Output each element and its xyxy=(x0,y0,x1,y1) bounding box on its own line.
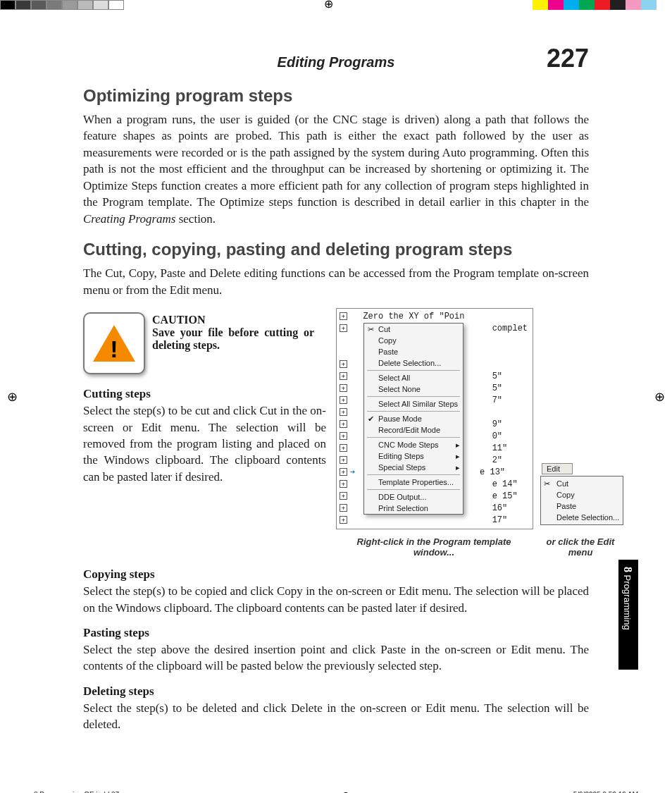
para-cutting: Select the step(s) to be cut and click C… xyxy=(83,402,326,485)
tree-row: + Zero the XY of "Poin xyxy=(340,310,530,322)
page-number: 227 xyxy=(547,44,589,73)
registration-mark-top: ⊕ xyxy=(324,0,333,10)
figure-edit-menu: Edit Cut✂CopyPasteDelete Selection... xyxy=(540,308,623,525)
menu-item[interactable]: DDE Output... xyxy=(364,491,463,503)
tree-row: + 17" xyxy=(340,514,530,526)
page-header: Editing Programs 227 xyxy=(83,44,589,73)
heading-cutcopy: Cutting, copying, pasting and deleting p… xyxy=(83,240,589,259)
menu-item[interactable]: Record/Edit Mode xyxy=(364,424,463,436)
menu-item[interactable]: Delete Selection... xyxy=(541,512,623,523)
para-copying: Select the step(s) to be copied and clic… xyxy=(83,583,589,616)
figure-caption-2: or click the Edit menu xyxy=(539,536,622,558)
menu-item[interactable]: Delete Selection... xyxy=(364,357,463,369)
subhead-pasting: Pasting steps xyxy=(83,626,589,640)
caution-callout: ! CAUTION Save your file before cutting … xyxy=(83,312,326,374)
figure-caption-1: Right-click in the Program template wind… xyxy=(336,536,532,558)
subhead-copying: Copying steps xyxy=(83,567,589,582)
menu-item[interactable]: Pause Mode✔ xyxy=(364,413,463,424)
caution-message: Save your file before cutting or deletin… xyxy=(152,326,314,351)
subhead-cutting: Cutting steps xyxy=(83,387,326,401)
menu-item[interactable]: Copy xyxy=(364,335,463,346)
para-optimizing: When a program runs, the user is guided … xyxy=(83,111,589,227)
menu-item[interactable]: Cut✂ xyxy=(364,324,463,335)
para-cutcopy-intro: The Cut, Copy, Paste and Delete editing … xyxy=(83,265,589,298)
header-title: Editing Programs xyxy=(125,54,547,70)
warning-icon: ! xyxy=(83,312,145,374)
print-footer: 8 Programming OE.indd 37 ⊕ 5/9/2005 9:56… xyxy=(34,789,638,793)
heading-optimizing: Optimizing program steps xyxy=(83,86,589,106)
print-color-bar: ⊕ xyxy=(0,0,672,10)
context-menu: Cut✂CopyPasteDelete Selection...Select A… xyxy=(363,323,463,515)
menu-item[interactable]: Special Steps▸ xyxy=(364,462,463,473)
menu-item[interactable]: Cut✂ xyxy=(541,478,623,489)
subhead-deleting: Deleting steps xyxy=(83,684,589,699)
registration-mark-bottom: ⊕ xyxy=(119,789,573,793)
menu-item[interactable]: Template Properties... xyxy=(364,477,463,488)
menu-item[interactable]: CNC Mode Steps▸ xyxy=(364,439,463,450)
caution-label: CAUTION xyxy=(152,314,314,326)
para-pasting: Select the step above the desired insert… xyxy=(83,641,589,675)
menu-item[interactable]: Copy xyxy=(541,489,623,500)
figure-program-template: + Zero the XY of "Poin+ complet+ + 5"+ 5… xyxy=(336,308,533,529)
menu-item[interactable]: Editing Steps▸ xyxy=(364,450,463,462)
menu-item[interactable]: Paste xyxy=(541,500,623,512)
menu-item[interactable]: Select None xyxy=(364,383,463,395)
edit-menu-button[interactable]: Edit xyxy=(542,463,573,474)
menu-item[interactable]: Select All xyxy=(364,372,463,383)
menu-item[interactable]: Paste xyxy=(364,346,463,357)
chapter-tab: 8 Programming xyxy=(618,560,638,670)
menu-item[interactable]: Print Selection xyxy=(364,503,463,514)
para-deleting: Select the step(s) to be deleted and cli… xyxy=(83,700,589,733)
menu-item[interactable]: Select All Similar Steps xyxy=(364,398,463,410)
